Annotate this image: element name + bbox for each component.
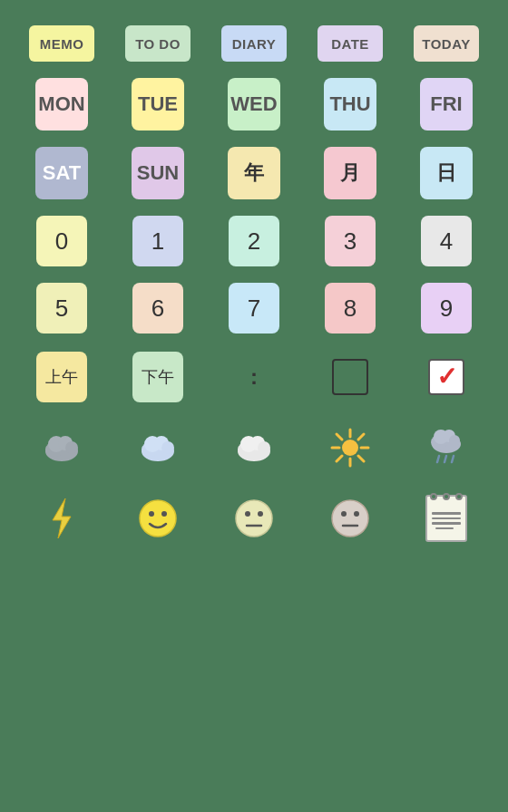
num-1: 1 (132, 216, 183, 266)
notepad-rings (430, 493, 463, 500)
item-neutral2 (310, 491, 390, 546)
item-fri: FRI (406, 78, 486, 130)
item-8: 8 (310, 283, 390, 334)
memo-badge: MEMO (29, 25, 94, 62)
item-7: 7 (214, 283, 294, 334)
item-sun: SUN (118, 147, 198, 199)
svg-point-40 (332, 500, 368, 536)
sun-badge: SUN (132, 147, 184, 199)
mon-badge: MON (35, 78, 88, 130)
item-5: 5 (22, 283, 102, 334)
num-4: 4 (421, 216, 472, 266)
item-rain-cloud (406, 420, 486, 475)
num-5: 5 (36, 283, 87, 334)
svg-point-38 (258, 511, 263, 517)
tue-badge: TUE (132, 78, 184, 130)
svg-point-9 (161, 441, 174, 454)
ring-right (455, 493, 463, 500)
num-9: 9 (421, 283, 472, 334)
item-6: 6 (118, 283, 198, 334)
notepad-line-3 (432, 522, 461, 525)
item-2: 2 (214, 216, 294, 266)
thu-badge: THU (324, 78, 376, 130)
svg-line-30 (444, 456, 446, 462)
wed-badge: WED (228, 78, 280, 130)
item-3: 3 (310, 216, 390, 266)
num-2: 2 (229, 216, 279, 266)
svg-point-36 (236, 500, 272, 536)
item-white-cloud (214, 420, 294, 475)
item-mon: MON (22, 78, 102, 130)
todo-badge: TO DO (125, 25, 190, 62)
neutral-icon (227, 491, 281, 546)
item-todo: TO DO (118, 25, 198, 62)
svg-point-35 (161, 511, 167, 517)
svg-line-29 (437, 456, 439, 462)
item-diary: DIARY (214, 25, 294, 62)
item-memo: MEMO (22, 25, 102, 62)
item-light-cloud (118, 420, 198, 475)
am-badge: 上午 (36, 352, 87, 402)
num-8: 8 (325, 283, 376, 334)
neutral2-icon (323, 491, 377, 546)
svg-line-22 (358, 434, 364, 440)
item-4: 4 (406, 216, 486, 266)
colon-symbol: : (227, 350, 281, 404)
svg-line-23 (337, 456, 342, 461)
notepad-icon (425, 495, 467, 542)
svg-marker-32 (53, 498, 71, 538)
svg-point-4 (65, 441, 78, 454)
num-6: 6 (132, 283, 183, 334)
year-badge: 年 (228, 147, 280, 199)
item-lightning (22, 491, 102, 546)
diary-badge: DIARY (221, 25, 287, 62)
item-pm: 下午 (118, 350, 198, 404)
pm-badge: 下午 (132, 352, 183, 402)
svg-point-28 (449, 435, 460, 446)
item-day: 日 (406, 147, 486, 199)
day-badge: 日 (420, 147, 473, 199)
item-today: TODAY (406, 25, 486, 62)
svg-line-21 (358, 456, 364, 461)
sat-badge: SAT (35, 147, 88, 199)
date-badge: DATE (318, 25, 383, 62)
checkbox-checked (428, 359, 464, 395)
checkbox-empty (332, 359, 368, 395)
svg-point-41 (341, 511, 347, 517)
item-sat: SAT (22, 147, 102, 199)
item-neutral (214, 491, 294, 546)
light-cloud-icon (131, 420, 185, 475)
item-thu: THU (310, 78, 390, 130)
num-3: 3 (325, 216, 376, 266)
ring-left (430, 493, 437, 500)
dark-cloud-icon (34, 420, 89, 475)
svg-line-20 (337, 434, 342, 440)
ring-center (443, 493, 450, 500)
fri-badge: FRI (420, 78, 473, 130)
num-7: 7 (229, 283, 279, 334)
item-tue: TUE (118, 78, 198, 130)
item-year: 年 (214, 147, 294, 199)
svg-point-14 (258, 441, 270, 454)
svg-point-15 (342, 440, 358, 456)
item-sun (310, 420, 390, 475)
notepad-line-1 (432, 512, 461, 515)
sun-icon (323, 420, 377, 475)
item-checked-checkbox (406, 350, 486, 404)
notepad-line-2 (432, 517, 461, 520)
item-notepad (406, 491, 486, 546)
item-date: DATE (310, 25, 390, 62)
rain-cloud-icon (419, 420, 474, 475)
item-0: 0 (22, 216, 102, 266)
item-colon: : (214, 350, 294, 404)
lightning-icon (34, 491, 89, 546)
item-1: 1 (118, 216, 198, 266)
item-month: 月 (310, 147, 390, 199)
smile-icon (131, 491, 185, 546)
item-wed: WED (214, 78, 294, 130)
svg-point-42 (354, 511, 359, 517)
white-cloud-icon (227, 420, 281, 475)
month-badge: 月 (324, 147, 376, 199)
svg-point-33 (140, 500, 176, 536)
num-0: 0 (36, 216, 87, 266)
